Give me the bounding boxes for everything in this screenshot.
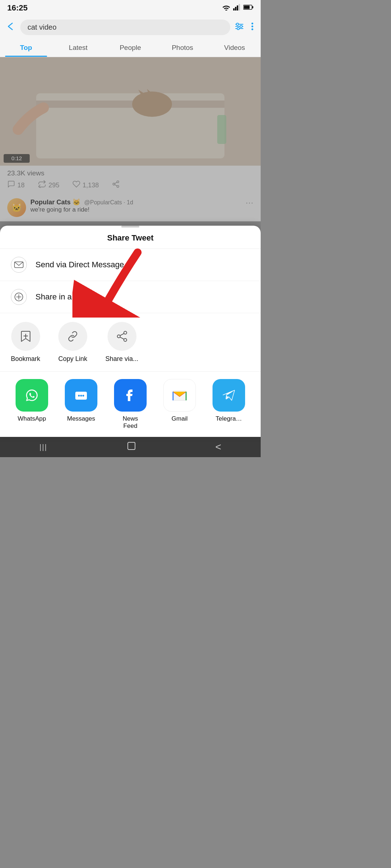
svg-line-41 (120, 333, 124, 336)
svg-point-46 (80, 395, 82, 397)
share-sheet-title: Share Tweet (0, 227, 261, 249)
share-via-action[interactable]: Share via... (105, 322, 138, 363)
gmail-icon (163, 379, 196, 412)
svg-rect-18 (36, 101, 224, 108)
home-button[interactable] (126, 441, 136, 454)
svg-point-42 (22, 386, 41, 405)
facebook-icon (114, 379, 147, 412)
whatsapp-app[interactable]: WhatsApp (7, 379, 56, 430)
svg-rect-6 (252, 6, 253, 8)
video-thumbnail: 0:12 (0, 57, 261, 166)
menu-button[interactable]: ||| (39, 443, 47, 451)
svg-point-27 (113, 183, 115, 185)
dm-icon (11, 257, 27, 273)
svg-point-20 (138, 93, 152, 104)
tweet-stats: 23.3K views 18 295 (0, 166, 261, 194)
comment-action[interactable]: 18 (7, 180, 25, 190)
nav-bar: ||| < (0, 437, 261, 457)
svg-point-39 (124, 339, 127, 341)
svg-point-13 (252, 22, 253, 24)
bookmark-action[interactable]: Bookmark (11, 322, 40, 363)
svg-rect-1 (235, 7, 236, 10)
search-input[interactable]: cat video (20, 20, 230, 35)
filter-icon[interactable] (235, 22, 244, 33)
share-action[interactable] (112, 180, 120, 190)
tabs: Top Latest People Photos Videos (0, 39, 261, 57)
comment-count: 18 (17, 182, 25, 189)
wifi-icon (222, 4, 230, 12)
share-icon (112, 180, 120, 190)
like-action[interactable]: 1,138 (72, 180, 99, 190)
avatar: 🐱 (7, 198, 26, 217)
more-icon[interactable] (250, 22, 255, 33)
newsfeed-app[interactable]: NewsFeed (106, 379, 155, 430)
fleet-label: Share in a Fleet (35, 292, 92, 302)
telegram-app[interactable]: Telegra… (204, 379, 253, 430)
svg-rect-0 (233, 8, 235, 10)
svg-line-30 (115, 182, 117, 184)
dm-label: Send via Direct Message (35, 260, 124, 269)
tab-people[interactable]: People (104, 39, 156, 57)
copy-link-label: Copy Link (58, 355, 87, 363)
back-nav-button[interactable]: < (215, 441, 221, 453)
svg-point-26 (117, 181, 119, 183)
svg-line-29 (115, 184, 117, 186)
newsfeed-label: NewsFeed (123, 415, 138, 430)
svg-point-45 (78, 395, 80, 397)
gmail-app[interactable]: Gmail (155, 379, 204, 430)
svg-point-15 (252, 28, 253, 30)
heart-icon (72, 180, 80, 190)
whatsapp-label: WhatsApp (18, 415, 46, 422)
svg-rect-51 (219, 386, 238, 405)
send-dm-option[interactable]: Send via Direct Message (0, 249, 261, 281)
svg-rect-3 (239, 4, 240, 10)
author-info: Popular Cats 🐱 @PopularCats · 1d we're g… (30, 198, 241, 213)
svg-rect-53 (128, 442, 135, 450)
share-fleet-option[interactable]: Share in a Fleet (0, 281, 261, 313)
tweet-more-button[interactable]: ⋯ (245, 198, 253, 208)
tweet-background: 0:12 23.3K views 18 295 (0, 57, 261, 221)
copy-link-action[interactable]: Copy Link (58, 322, 87, 363)
tweet-author: 🐱 Popular Cats 🐱 @PopularCats · 1d we're… (0, 194, 261, 221)
telegram-label: Telegra… (216, 415, 242, 422)
retweet-action[interactable]: 295 (38, 180, 59, 190)
share-sheet-panel: Share Tweet Send via Direct Message Shar… (0, 226, 261, 437)
comment-icon (7, 180, 15, 190)
tweet-text: we're going for a ride! (30, 206, 241, 213)
share-sheet: Share Tweet Send via Direct Message Shar… (0, 226, 261, 437)
tab-top[interactable]: Top (0, 39, 52, 57)
tab-photos[interactable]: Photos (156, 39, 209, 57)
gmail-label: Gmail (172, 415, 188, 422)
back-button[interactable] (6, 22, 16, 33)
svg-point-19 (132, 92, 172, 117)
svg-rect-2 (237, 5, 238, 10)
app-icons-row: WhatsApp Messages NewsFeed (0, 372, 261, 437)
retweet-icon (38, 180, 46, 190)
signal-icon (233, 4, 240, 12)
search-bar: cat video (0, 16, 261, 39)
status-bar: 16:25 (0, 0, 261, 16)
tab-latest[interactable]: Latest (52, 39, 104, 57)
quick-actions: Bookmark Copy Link Share via... (0, 313, 261, 372)
search-controls (235, 22, 255, 33)
tab-videos[interactable]: Videos (209, 39, 261, 57)
whatsapp-icon (16, 379, 48, 412)
battery-icon (243, 4, 253, 12)
messages-label: Messages (67, 415, 95, 422)
svg-point-47 (83, 395, 84, 397)
bookmark-icon-wrap (11, 322, 40, 351)
svg-point-28 (117, 186, 119, 188)
telegram-icon (213, 379, 245, 412)
views-count: 23.3K views (7, 169, 253, 177)
status-time: 16:25 (7, 3, 28, 13)
share-via-icon-wrap (108, 322, 136, 351)
messages-app[interactable]: Messages (56, 379, 106, 430)
svg-point-14 (252, 25, 253, 27)
svg-point-38 (117, 335, 120, 338)
tweet-actions: 18 295 1,138 (7, 180, 253, 190)
bookmark-label: Bookmark (11, 355, 40, 363)
svg-point-10 (236, 23, 239, 25)
messages-icon (65, 379, 97, 412)
fleet-icon (11, 289, 27, 305)
author-name: Popular Cats 🐱 @PopularCats · 1d (30, 198, 241, 206)
